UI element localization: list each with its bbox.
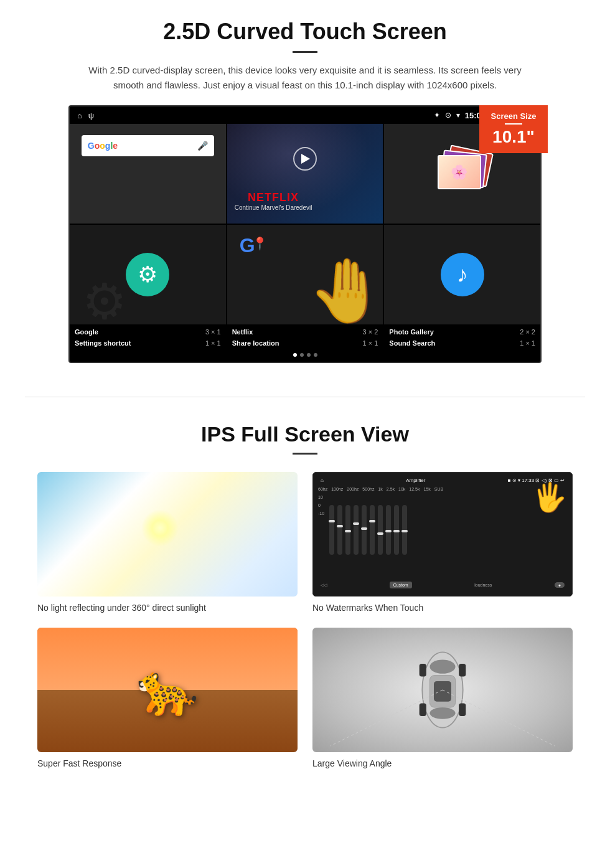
photo-stack: 🌸: [434, 146, 490, 202]
feature-cheetah: 🐆 Super Fast Response: [37, 628, 298, 768]
amplifier-visual: ⌂ Amplifier ■ ⊙ ▾ 17:33 ⊡ ◁) ⊠ ▭ ↩ 60hz1…: [312, 472, 573, 597]
google-app-size: 3 × 1: [205, 328, 221, 336]
hand-pointer: 🤚: [308, 254, 383, 324]
google-label-cell: Google 3 × 1: [70, 327, 226, 337]
netflix-play-button[interactable]: [293, 147, 317, 171]
location-pin-icon: 📍: [252, 236, 268, 251]
app-grid: Google 🎤 NETFLIX Continue Marvel's Dared…: [70, 124, 540, 324]
badge-size: 10.1": [489, 127, 538, 147]
share-location-app-name: Share location: [232, 339, 279, 347]
bluetooth-icon: ✦: [434, 111, 440, 120]
sound-search-app-name: Sound Search: [389, 339, 435, 347]
amp-thumb-10: [401, 530, 408, 532]
car-visual: [312, 628, 573, 752]
settings-label-cell: Settings shortcut 1 × 1: [70, 338, 226, 348]
location-icon: ⊙: [445, 111, 451, 120]
sound-search-label-cell: Sound Search 1 × 1: [384, 338, 540, 348]
amp-thumb-3: [345, 530, 351, 532]
flower-emoji: 🌸: [451, 164, 467, 181]
title-underline-2: [293, 453, 317, 455]
amp-custom-btn[interactable]: Custom: [390, 582, 412, 588]
settings-icon-circle: ⚙: [126, 253, 169, 296]
section-curved-screen: 2.5D Curved Touch Screen With 2.5D curve…: [0, 0, 610, 378]
sunlight-visual: [37, 472, 298, 597]
amp-top-bar: ⌂ Amplifier ■ ⊙ ▾ 17:33 ⊡ ◁) ⊠ ▭ ↩: [318, 478, 567, 483]
feature-cheetah-image: 🐆: [37, 628, 298, 752]
amp-toggle[interactable]: ●: [555, 582, 565, 588]
section-ips-view: IPS Full Screen View No light reflecting…: [0, 416, 610, 787]
amp-slider-3: [345, 505, 350, 555]
amp-slider-2: [337, 505, 342, 555]
netflix-app-size: 3 × 2: [363, 328, 378, 336]
music-note-icon: ♪: [457, 262, 468, 288]
dot-1: [293, 353, 297, 357]
google-logo: Google: [88, 141, 118, 151]
cheetah-visual: 🐆: [37, 628, 298, 752]
badge-line: [505, 123, 522, 125]
feature-car: Large Viewing Angle: [312, 628, 573, 768]
amp-thumb-6: [369, 520, 375, 522]
netflix-sub-label: Continue Marvel's Daredevil: [235, 204, 312, 211]
section2-title: IPS Full Screen View: [37, 422, 573, 446]
photo-gallery-app-size: 2 × 2: [520, 328, 535, 336]
google-search-bar[interactable]: Google 🎤: [82, 135, 214, 156]
cheetah-icon: 🐆: [136, 661, 199, 719]
amp-sliders: [327, 495, 448, 557]
amp-thumb-8: [385, 530, 392, 532]
netflix-label-cell: Netflix 3 × 2: [227, 327, 383, 337]
netflix-app-name: Netflix: [232, 328, 253, 336]
play-triangle-icon: [301, 154, 310, 164]
amp-hand-icon: 🖐: [532, 481, 567, 514]
svg-line-9: [331, 690, 443, 746]
feature-car-image: [312, 628, 573, 752]
photo-gallery-app-name: Photo Gallery: [389, 328, 434, 336]
photo-card-3: 🌸: [438, 155, 481, 189]
feature-amplifier-image: ⌂ Amplifier ■ ⊙ ▾ 17:33 ⊡ ◁) ⊠ ▭ ↩ 60hz1…: [312, 472, 573, 597]
amp-thumb-4: [353, 522, 359, 525]
amp-title: Amplifier: [406, 478, 425, 483]
amp-loudness-label: loudness: [474, 583, 492, 587]
app-labels: Google 3 × 1 Netflix 3 × 2 Photo Gallery…: [70, 324, 540, 353]
amp-thumb-2: [337, 525, 343, 527]
pagination-dots: [70, 353, 540, 362]
netflix-app-cell[interactable]: NETFLIX Continue Marvel's Daredevil: [227, 124, 383, 224]
feature-sunlight: No light reflecting under 360° direct su…: [37, 472, 298, 613]
sound-search-cell[interactable]: ♪: [384, 225, 540, 324]
amp-slider-10: [402, 505, 407, 555]
feature-amplifier: ⌂ Amplifier ■ ⊙ ▾ 17:33 ⊡ ◁) ⊠ ▭ ↩ 60hz1…: [312, 472, 573, 613]
gear-icon: ⚙: [138, 262, 157, 288]
amp-bottom: ◁◁ Custom loudness ●: [318, 579, 567, 591]
settings-bg-icon: ⚙: [82, 273, 127, 324]
photo-gallery-label-cell: Photo Gallery 2 × 2: [384, 327, 540, 337]
settings-app-cell[interactable]: ⚙ ⚙: [70, 225, 226, 324]
share-location-cell[interactable]: G 📍 🤚: [227, 225, 383, 324]
dot-3: [307, 353, 311, 357]
android-screen: ⌂ ψ ✦ ⊙ ▾ 15:06 ⊡ ◁) ⊠ ▭: [68, 105, 542, 363]
dot-2: [300, 353, 304, 357]
svg-line-10: [443, 690, 555, 746]
amp-slider-7: [378, 505, 383, 555]
title-underline-1: [293, 51, 317, 53]
home-icon: ⌂: [77, 111, 82, 120]
section1-description: With 2.5D curved-display screen, this de…: [87, 63, 523, 93]
amp-thumb-1: [329, 520, 335, 522]
google-app-name: Google: [75, 328, 98, 336]
dot-4: [314, 353, 317, 357]
mic-icon: 🎤: [197, 141, 208, 151]
view-angle-lines: [312, 628, 573, 752]
feature-sunlight-image: [37, 472, 298, 597]
amp-labels-left: 100-10: [318, 493, 567, 579]
usb-icon: ψ: [88, 111, 94, 120]
google-app-cell[interactable]: Google 🎤: [70, 124, 226, 224]
amp-thumb-5: [361, 527, 367, 530]
amp-db-labels: 100-10: [318, 495, 324, 516]
screen-size-badge: Screen Size 10.1": [479, 105, 548, 153]
amp-slider-9: [394, 505, 399, 555]
amp-slider-6: [370, 505, 375, 555]
wifi-icon: ▾: [456, 111, 460, 120]
feature-amplifier-caption: No Watermarks When Touch: [312, 603, 573, 613]
settings-app-size: 1 × 1: [205, 339, 221, 347]
sun-glow: [141, 509, 179, 547]
feature-car-caption: Large Viewing Angle: [312, 758, 573, 768]
section-divider: [25, 397, 585, 397]
